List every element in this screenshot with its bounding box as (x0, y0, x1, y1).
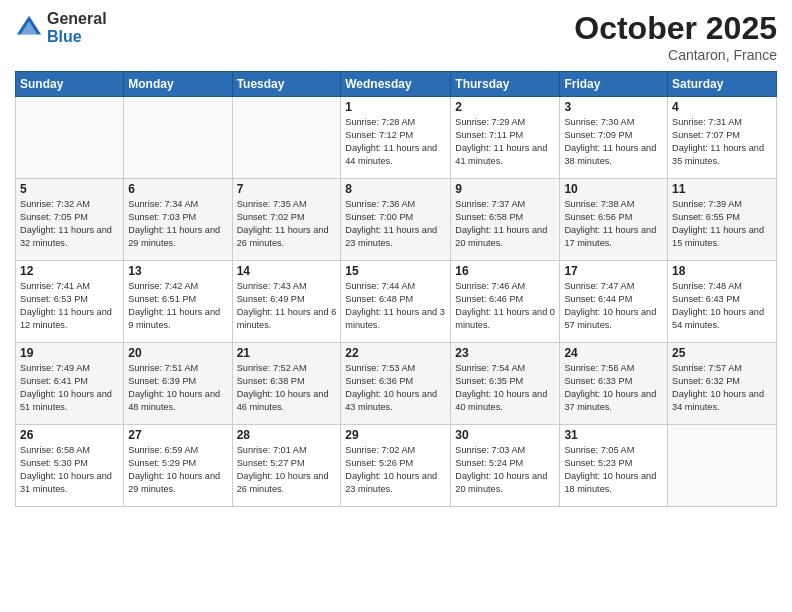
calendar-cell: 22Sunrise: 7:53 AM Sunset: 6:36 PM Dayli… (341, 343, 451, 425)
day-number: 14 (237, 264, 337, 278)
day-info: Sunrise: 7:31 AM Sunset: 7:07 PM Dayligh… (672, 116, 772, 168)
day-number: 24 (564, 346, 663, 360)
day-number: 10 (564, 182, 663, 196)
page: General Blue October 2025 Cantaron, Fran… (0, 0, 792, 612)
calendar-table: Sunday Monday Tuesday Wednesday Thursday… (15, 71, 777, 507)
day-number: 5 (20, 182, 119, 196)
calendar-cell: 29Sunrise: 7:02 AM Sunset: 5:26 PM Dayli… (341, 425, 451, 507)
day-number: 8 (345, 182, 446, 196)
day-info: Sunrise: 7:30 AM Sunset: 7:09 PM Dayligh… (564, 116, 663, 168)
calendar-cell: 15Sunrise: 7:44 AM Sunset: 6:48 PM Dayli… (341, 261, 451, 343)
day-info: Sunrise: 7:51 AM Sunset: 6:39 PM Dayligh… (128, 362, 227, 414)
logo-icon (15, 14, 43, 42)
day-number: 15 (345, 264, 446, 278)
calendar-cell: 27Sunrise: 6:59 AM Sunset: 5:29 PM Dayli… (124, 425, 232, 507)
col-friday: Friday (560, 72, 668, 97)
day-number: 16 (455, 264, 555, 278)
day-number: 3 (564, 100, 663, 114)
calendar-cell: 26Sunrise: 6:58 AM Sunset: 5:30 PM Dayli… (16, 425, 124, 507)
day-info: Sunrise: 7:52 AM Sunset: 6:38 PM Dayligh… (237, 362, 337, 414)
day-info: Sunrise: 7:29 AM Sunset: 7:11 PM Dayligh… (455, 116, 555, 168)
calendar-cell (232, 97, 341, 179)
day-number: 27 (128, 428, 227, 442)
day-info: Sunrise: 7:39 AM Sunset: 6:55 PM Dayligh… (672, 198, 772, 250)
calendar-cell: 5Sunrise: 7:32 AM Sunset: 7:05 PM Daylig… (16, 179, 124, 261)
day-info: Sunrise: 7:48 AM Sunset: 6:43 PM Dayligh… (672, 280, 772, 332)
day-number: 1 (345, 100, 446, 114)
calendar-cell: 24Sunrise: 7:56 AM Sunset: 6:33 PM Dayli… (560, 343, 668, 425)
day-info: Sunrise: 7:36 AM Sunset: 7:00 PM Dayligh… (345, 198, 446, 250)
calendar-week-row: 26Sunrise: 6:58 AM Sunset: 5:30 PM Dayli… (16, 425, 777, 507)
logo-blue-text: Blue (47, 28, 107, 46)
calendar-header-row: Sunday Monday Tuesday Wednesday Thursday… (16, 72, 777, 97)
calendar-cell (124, 97, 232, 179)
calendar-cell (16, 97, 124, 179)
logo-text: General Blue (47, 10, 107, 45)
col-tuesday: Tuesday (232, 72, 341, 97)
header: General Blue October 2025 Cantaron, Fran… (15, 10, 777, 63)
day-number: 4 (672, 100, 772, 114)
day-number: 20 (128, 346, 227, 360)
day-number: 19 (20, 346, 119, 360)
day-info: Sunrise: 6:59 AM Sunset: 5:29 PM Dayligh… (128, 444, 227, 496)
col-thursday: Thursday (451, 72, 560, 97)
day-info: Sunrise: 6:58 AM Sunset: 5:30 PM Dayligh… (20, 444, 119, 496)
day-number: 26 (20, 428, 119, 442)
calendar-cell: 12Sunrise: 7:41 AM Sunset: 6:53 PM Dayli… (16, 261, 124, 343)
day-info: Sunrise: 7:56 AM Sunset: 6:33 PM Dayligh… (564, 362, 663, 414)
calendar-cell: 9Sunrise: 7:37 AM Sunset: 6:58 PM Daylig… (451, 179, 560, 261)
calendar-cell: 16Sunrise: 7:46 AM Sunset: 6:46 PM Dayli… (451, 261, 560, 343)
calendar-cell: 7Sunrise: 7:35 AM Sunset: 7:02 PM Daylig… (232, 179, 341, 261)
day-info: Sunrise: 7:34 AM Sunset: 7:03 PM Dayligh… (128, 198, 227, 250)
day-number: 18 (672, 264, 772, 278)
calendar-cell: 6Sunrise: 7:34 AM Sunset: 7:03 PM Daylig… (124, 179, 232, 261)
calendar-cell: 18Sunrise: 7:48 AM Sunset: 6:43 PM Dayli… (668, 261, 777, 343)
day-info: Sunrise: 7:38 AM Sunset: 6:56 PM Dayligh… (564, 198, 663, 250)
day-info: Sunrise: 7:28 AM Sunset: 7:12 PM Dayligh… (345, 116, 446, 168)
day-number: 28 (237, 428, 337, 442)
calendar-cell (668, 425, 777, 507)
calendar-cell: 20Sunrise: 7:51 AM Sunset: 6:39 PM Dayli… (124, 343, 232, 425)
calendar-cell: 8Sunrise: 7:36 AM Sunset: 7:00 PM Daylig… (341, 179, 451, 261)
calendar-cell: 2Sunrise: 7:29 AM Sunset: 7:11 PM Daylig… (451, 97, 560, 179)
day-number: 17 (564, 264, 663, 278)
calendar-cell: 10Sunrise: 7:38 AM Sunset: 6:56 PM Dayli… (560, 179, 668, 261)
day-number: 22 (345, 346, 446, 360)
location-subtitle: Cantaron, France (574, 47, 777, 63)
calendar-cell: 23Sunrise: 7:54 AM Sunset: 6:35 PM Dayli… (451, 343, 560, 425)
day-info: Sunrise: 7:47 AM Sunset: 6:44 PM Dayligh… (564, 280, 663, 332)
calendar-cell: 11Sunrise: 7:39 AM Sunset: 6:55 PM Dayli… (668, 179, 777, 261)
day-number: 30 (455, 428, 555, 442)
day-info: Sunrise: 7:57 AM Sunset: 6:32 PM Dayligh… (672, 362, 772, 414)
calendar-cell: 31Sunrise: 7:05 AM Sunset: 5:23 PM Dayli… (560, 425, 668, 507)
day-info: Sunrise: 7:41 AM Sunset: 6:53 PM Dayligh… (20, 280, 119, 332)
calendar-cell: 28Sunrise: 7:01 AM Sunset: 5:27 PM Dayli… (232, 425, 341, 507)
col-sunday: Sunday (16, 72, 124, 97)
day-info: Sunrise: 7:46 AM Sunset: 6:46 PM Dayligh… (455, 280, 555, 332)
calendar-week-row: 12Sunrise: 7:41 AM Sunset: 6:53 PM Dayli… (16, 261, 777, 343)
calendar-cell: 17Sunrise: 7:47 AM Sunset: 6:44 PM Dayli… (560, 261, 668, 343)
day-info: Sunrise: 7:49 AM Sunset: 6:41 PM Dayligh… (20, 362, 119, 414)
calendar-week-row: 19Sunrise: 7:49 AM Sunset: 6:41 PM Dayli… (16, 343, 777, 425)
day-number: 31 (564, 428, 663, 442)
calendar-cell: 3Sunrise: 7:30 AM Sunset: 7:09 PM Daylig… (560, 97, 668, 179)
calendar-cell: 30Sunrise: 7:03 AM Sunset: 5:24 PM Dayli… (451, 425, 560, 507)
col-monday: Monday (124, 72, 232, 97)
logo-general-text: General (47, 10, 107, 28)
day-number: 2 (455, 100, 555, 114)
col-saturday: Saturday (668, 72, 777, 97)
day-number: 11 (672, 182, 772, 196)
day-info: Sunrise: 7:44 AM Sunset: 6:48 PM Dayligh… (345, 280, 446, 332)
day-info: Sunrise: 7:53 AM Sunset: 6:36 PM Dayligh… (345, 362, 446, 414)
logo: General Blue (15, 10, 107, 45)
day-number: 12 (20, 264, 119, 278)
calendar-cell: 25Sunrise: 7:57 AM Sunset: 6:32 PM Dayli… (668, 343, 777, 425)
day-info: Sunrise: 7:05 AM Sunset: 5:23 PM Dayligh… (564, 444, 663, 496)
day-info: Sunrise: 7:03 AM Sunset: 5:24 PM Dayligh… (455, 444, 555, 496)
day-number: 25 (672, 346, 772, 360)
day-info: Sunrise: 7:01 AM Sunset: 5:27 PM Dayligh… (237, 444, 337, 496)
day-number: 21 (237, 346, 337, 360)
day-number: 7 (237, 182, 337, 196)
day-info: Sunrise: 7:54 AM Sunset: 6:35 PM Dayligh… (455, 362, 555, 414)
day-number: 9 (455, 182, 555, 196)
